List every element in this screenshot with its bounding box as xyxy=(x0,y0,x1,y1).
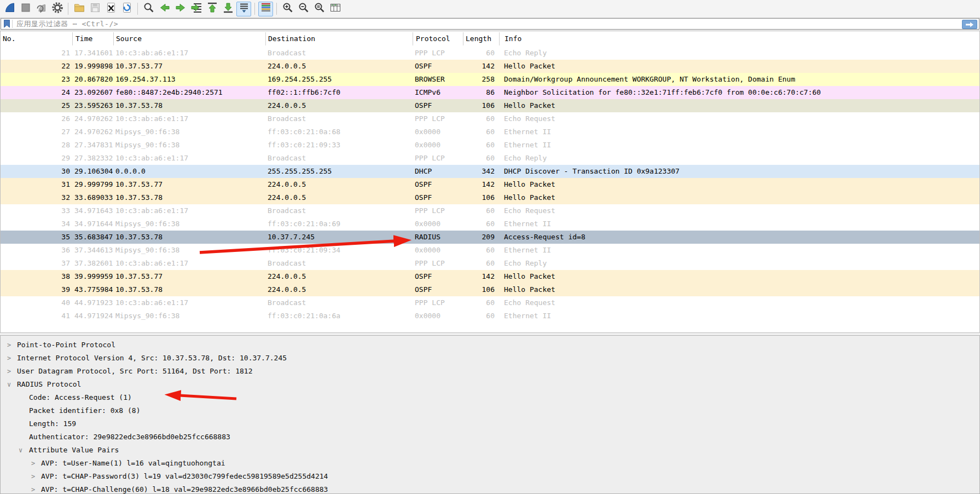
save-icon xyxy=(89,1,102,16)
packet-row[interactable]: 2624.97026210:c3:ab:a6:e1:17BroadcastPPP… xyxy=(1,112,979,125)
capture-options-button[interactable] xyxy=(50,2,65,16)
cell-time: 27.347831 xyxy=(74,139,113,152)
packet-row[interactable]: 2523.59526310.37.53.78224.0.0.5OSPF106He… xyxy=(1,99,979,112)
packet-row[interactable]: 3233.68903310.37.53.78224.0.0.5OSPF106He… xyxy=(1,191,979,204)
packet-row[interactable]: 2117.34160110:c3:ab:a6:e1:17BroadcastPPP… xyxy=(1,47,979,60)
cell-destination: 224.0.0.5 xyxy=(268,99,306,112)
cell-protocol: ICMPv6 xyxy=(415,86,440,99)
packet-row[interactable]: 2423.092607fe80::8487:2e4b:2940:2571ff02… xyxy=(1,86,979,99)
auto-scroll-toggle[interactable] xyxy=(236,2,251,16)
column-divider[interactable] xyxy=(463,32,463,45)
packet-row[interactable]: 3334.97164310:c3:ab:a6:e1:17BroadcastPPP… xyxy=(1,204,979,217)
detail-tree-item[interactable]: >AVP: t=CHAP-Challenge(60) l=18 val=29e9… xyxy=(1,483,979,494)
packet-row[interactable]: 2827.347831Mipsys_90:f6:38ff:03:c0:21:09… xyxy=(1,139,979,152)
detail-tree-item[interactable]: >Internet Protocol Version 4, Src: 10.37… xyxy=(1,352,979,365)
apply-filter-button[interactable] xyxy=(962,20,977,29)
detail-tree-item[interactable]: >Point-to-Point Protocol xyxy=(1,338,979,352)
chevron-right-icon[interactable]: > xyxy=(31,457,35,470)
detail-tree-item[interactable]: >User Datagram Protocol, Src Port: 51164… xyxy=(1,365,979,378)
packet-row[interactable]: 2927.38233210:c3:ab:a6:e1:17BroadcastPPP… xyxy=(1,152,979,165)
column-header-time[interactable]: Time xyxy=(76,31,92,46)
cell-length: 142 xyxy=(440,178,495,191)
open-file-button[interactable] xyxy=(72,2,86,16)
cell-source: 10:c3:ab:a6:e1:17 xyxy=(115,257,188,270)
cell-time: 39.999959 xyxy=(74,270,113,283)
bookmark-icon[interactable] xyxy=(1,19,12,28)
column-divider[interactable] xyxy=(499,32,500,45)
go-last-packet-button[interactable] xyxy=(221,2,235,16)
packet-row[interactable]: 3943.77598410.37.53.78224.0.0.5OSPF106He… xyxy=(1,283,979,296)
go-first-packet-button[interactable] xyxy=(205,2,219,16)
detail-tree-item[interactable]: >AVP: t=User-Name(1) l=16 val=qingtuohon… xyxy=(1,457,979,470)
packet-row[interactable]: 3737.38260110:c3:ab:a6:e1:17BroadcastPPP… xyxy=(1,257,979,270)
packet-row[interactable]: 2724.970262Mipsys_90:f6:38ff:03:c0:21:0a… xyxy=(1,125,979,139)
start-capture-button[interactable] xyxy=(2,2,17,16)
column-divider[interactable] xyxy=(413,32,413,45)
chevron-right-icon[interactable]: > xyxy=(7,365,11,378)
detail-tree-item[interactable]: Length: 159 xyxy=(1,417,979,430)
cell-time: 43.775984 xyxy=(74,283,113,296)
display-filter-input[interactable]: 应用显示过滤器 ⋯ <Ctrl-/> xyxy=(1,18,979,30)
packet-row[interactable]: 3129.99979910.37.53.77224.0.0.5OSPF142He… xyxy=(1,178,979,191)
restart-capture-button[interactable] xyxy=(34,2,49,16)
cell-info: Ethernet II xyxy=(504,244,551,257)
detail-tree-item[interactable]: Code: Access-Request (1) xyxy=(1,391,979,404)
packet-row[interactable]: 3637.344613Mipsys_90:f6:38ff:03:c0:21:09… xyxy=(1,244,979,257)
cell-source: Mipsys_90:f6:38 xyxy=(115,244,179,257)
column-divider[interactable] xyxy=(265,32,266,45)
packet-row-selected[interactable]: 3535.68384710.37.53.7810.37.7.245RADIUS2… xyxy=(1,231,979,244)
packet-row[interactable]: 3029.1063040.0.0.0255.255.255.255DHCP342… xyxy=(1,165,979,178)
column-divider[interactable] xyxy=(113,32,114,45)
column-divider[interactable] xyxy=(72,32,73,45)
packet-row[interactable]: 2320.867820169.254.37.113169.254.255.255… xyxy=(1,73,979,86)
go-to-packet-button[interactable] xyxy=(189,2,204,16)
cell-length: 106 xyxy=(440,99,495,112)
zoom-reset-button[interactable] xyxy=(312,2,327,16)
go-forward-button[interactable] xyxy=(173,2,188,16)
cell-length: 142 xyxy=(440,270,495,283)
column-header-source[interactable]: Source xyxy=(116,31,142,46)
column-header-info[interactable]: Info xyxy=(505,31,521,46)
cell-info: Neighbor Solicitation for fe80::32e1:71f… xyxy=(504,86,821,99)
cell-time: 37.344613 xyxy=(74,244,113,257)
close-capture-button[interactable] xyxy=(103,2,118,16)
cell-info: Echo Request xyxy=(504,204,555,217)
detail-tree-item[interactable]: >AVP: t=CHAP-Password(3) l=19 val=d23030… xyxy=(1,470,979,483)
save-file-button[interactable] xyxy=(88,2,102,16)
chevron-right-icon[interactable]: > xyxy=(31,470,35,483)
colorize-toggle[interactable] xyxy=(258,2,273,16)
go-back-button[interactable] xyxy=(157,2,172,16)
detail-tree-item[interactable]: Packet identifier: 0x8 (8) xyxy=(1,404,979,417)
chevron-right-icon[interactable]: > xyxy=(7,338,11,352)
chevron-down-icon[interactable]: ∨ xyxy=(7,378,11,391)
stop-capture-button[interactable] xyxy=(18,2,33,16)
detail-tree-item[interactable]: Authenticator: 29e9822edc3e8966bd0eb25fc… xyxy=(1,430,979,444)
packet-row[interactable]: 2219.99989810.37.53.77224.0.0.5OSPF142He… xyxy=(1,60,979,73)
zoom-out-button[interactable] xyxy=(296,2,311,16)
packet-row[interactable]: 4144.971924Mipsys_90:f6:38ff:03:c0:21:0a… xyxy=(1,309,979,323)
cell-time: 19.999898 xyxy=(74,60,113,73)
cell-destination: ff:03:c0:21:0a:68 xyxy=(268,125,340,139)
detail-tree-item[interactable]: ∨RADIUS Protocol xyxy=(1,378,979,391)
cell-time: 44.971923 xyxy=(74,296,113,309)
filter-bar: 应用显示过滤器 ⋯ <Ctrl-/> xyxy=(0,18,980,30)
cell-source: 10.37.53.77 xyxy=(115,178,163,191)
column-header-length[interactable]: Length xyxy=(466,31,491,46)
chevron-down-icon[interactable]: ∨ xyxy=(19,444,22,457)
detail-tree-item[interactable]: ∨Attribute Value Pairs xyxy=(1,444,979,457)
reload-capture-button[interactable] xyxy=(119,2,134,16)
folder-icon xyxy=(73,1,86,16)
chevron-right-icon[interactable]: > xyxy=(7,352,11,365)
packet-row[interactable]: 3839.99995910.37.53.77224.0.0.5OSPF142He… xyxy=(1,270,979,283)
packet-row[interactable]: 4044.97192310:c3:ab:a6:e1:17BroadcastPPP… xyxy=(1,296,979,309)
column-header-protocol[interactable]: Protocol xyxy=(416,31,450,46)
column-header-no[interactable]: No. xyxy=(3,31,15,46)
cell-source: 10:c3:ab:a6:e1:17 xyxy=(115,47,188,60)
zoom-in-button[interactable] xyxy=(280,2,295,16)
column-header-destination[interactable]: Destination xyxy=(268,31,315,46)
packet-row[interactable]: 3434.971644Mipsys_90:f6:38ff:03:c0:21:0a… xyxy=(1,217,979,231)
packet-detail-pane: >Point-to-Point Protocol>Internet Protoc… xyxy=(0,335,980,494)
chevron-right-icon[interactable]: > xyxy=(31,483,35,494)
resize-columns-button[interactable] xyxy=(328,2,343,16)
find-packet-button[interactable] xyxy=(141,2,156,16)
